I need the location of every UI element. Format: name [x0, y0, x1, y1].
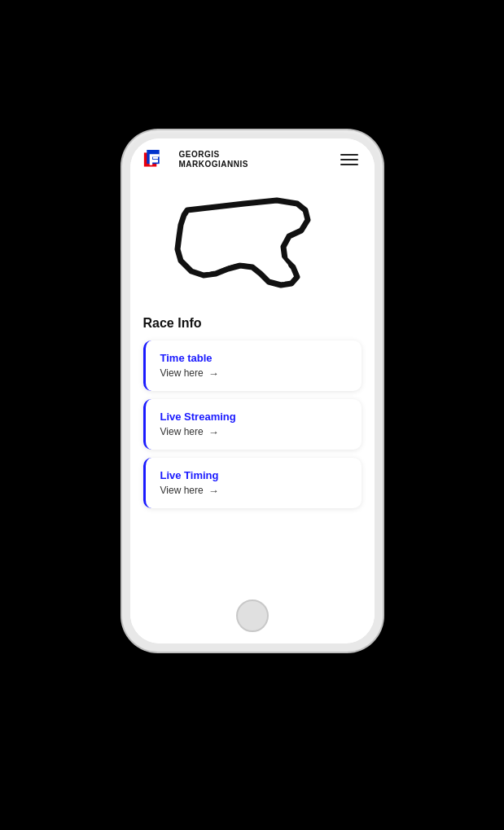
timetable-link-text: View here: [160, 367, 204, 379]
hamburger-menu-button[interactable]: [337, 151, 362, 169]
race-info-title: Race Info: [143, 316, 362, 331]
livetiming-arrow-icon: →: [208, 485, 219, 497]
track-image-area: [130, 178, 375, 316]
brand-name: GEORGIS MARKOGIANNIS: [179, 150, 248, 169]
livestreaming-arrow-icon: →: [208, 426, 219, 438]
hamburger-line-1: [340, 154, 358, 156]
livetiming-link[interactable]: View here →: [160, 485, 350, 497]
home-button[interactable]: [236, 599, 269, 632]
timetable-link[interactable]: View here →: [160, 367, 350, 380]
livetiming-title: Live Timing: [160, 469, 350, 481]
livetiming-card[interactable]: Live Timing View here →: [143, 458, 362, 508]
logo-area: GEORGIS MARKOGIANNIS: [143, 150, 248, 169]
race-track-svg: [163, 186, 342, 300]
livestreaming-card[interactable]: Live Streaming View here →: [143, 399, 362, 450]
livestreaming-link-text: View here: [160, 426, 204, 437]
brand-logo-icon: [143, 150, 173, 169]
screen-content: GEORGIS MARKOGIANNIS: [130, 138, 375, 643]
svg-rect-2: [153, 156, 158, 159]
hamburger-line-2: [340, 159, 358, 160]
livetiming-link-text: View here: [160, 485, 204, 496]
timetable-arrow-icon: →: [208, 367, 219, 380]
race-info-section: Race Info Time table View here → Live St…: [130, 316, 375, 582]
livestreaming-title: Live Streaming: [160, 411, 350, 423]
timetable-card[interactable]: Time table View here →: [143, 340, 362, 391]
phone-mockup: GEORGIS MARKOGIANNIS: [122, 130, 383, 652]
timetable-title: Time table: [160, 352, 350, 364]
hamburger-line-3: [340, 164, 358, 165]
livestreaming-link[interactable]: View here →: [160, 426, 350, 438]
app-header: GEORGIS MARKOGIANNIS: [130, 138, 375, 178]
